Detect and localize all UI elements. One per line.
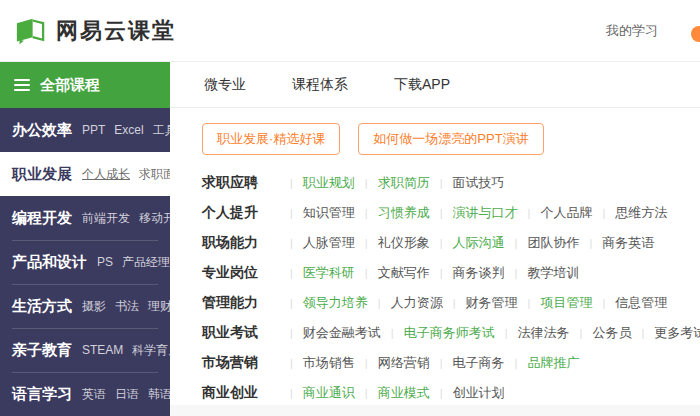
menu-link[interactable]: 人力资源 bbox=[391, 294, 443, 312]
separator: | bbox=[515, 357, 518, 369]
menu-link[interactable]: 商务英语 bbox=[602, 234, 654, 252]
menu-link[interactable]: 项目管理 bbox=[540, 294, 592, 312]
sidebar-subitem[interactable]: 日语 bbox=[115, 386, 139, 403]
menu-link[interactable]: 电子商务师考试 bbox=[404, 324, 495, 342]
sidebar-item-0[interactable]: 办公效率PPTExcel工具 bbox=[0, 108, 170, 152]
menu-row-6: 市场营销|市场销售|网络营销|电子商务|品牌推广 bbox=[202, 348, 700, 378]
separator: | bbox=[440, 267, 443, 279]
sidebar-item-title: 语言学习 bbox=[12, 385, 72, 404]
header-right: 我的学习 bbox=[606, 22, 684, 40]
menu-link[interactable]: 团队协作 bbox=[527, 234, 579, 252]
sidebar-item-1[interactable]: 职业发展个人成长求职面试 bbox=[0, 152, 170, 196]
cutoff-orange-icon[interactable] bbox=[691, 26, 700, 42]
sidebar-subitem[interactable]: 英语 bbox=[82, 386, 106, 403]
separator: | bbox=[440, 357, 443, 369]
promo-button-1[interactable]: 如何做一场漂亮的PPT演讲 bbox=[358, 123, 543, 155]
separator: | bbox=[365, 387, 368, 399]
menu-link[interactable]: 商务谈判 bbox=[453, 264, 505, 282]
sidebar-subitem[interactable]: 求职面试 bbox=[139, 166, 170, 183]
menu-link[interactable]: 创业计划 bbox=[453, 384, 505, 402]
sidebar-subitem[interactable]: 个人成长 bbox=[82, 166, 130, 183]
menu-link[interactable]: 市场销售 bbox=[303, 354, 355, 372]
sidebar-subitem[interactable]: PS bbox=[97, 255, 113, 269]
menu-link[interactable]: 信息管理 bbox=[615, 294, 667, 312]
sidebar-item-4[interactable]: 生活方式摄影书法理财 bbox=[0, 284, 170, 328]
menu-link[interactable]: 演讲与口才 bbox=[453, 204, 518, 222]
all-courses-label: 全部课程 bbox=[40, 76, 100, 95]
sidebar-subitem[interactable]: 工具 bbox=[153, 122, 170, 139]
menu-link[interactable]: 法律法务 bbox=[518, 324, 570, 342]
sidebar-item-3[interactable]: 产品和设计PS产品经理 bbox=[0, 240, 170, 284]
sidebar: 全部课程 办公效率PPTExcel工具职业发展个人成长求职面试编程开发前端开发移… bbox=[0, 62, 170, 416]
menu-link[interactable]: 面试技巧 bbox=[453, 174, 505, 192]
menu-link[interactable]: 商业模式 bbox=[378, 384, 430, 402]
sidebar-item-6[interactable]: 语言学习英语日语韩语 bbox=[0, 372, 170, 416]
menu-link[interactable]: 网络营销 bbox=[378, 354, 430, 372]
menu-link[interactable]: 职业规划 bbox=[303, 174, 355, 192]
menu-row-1: 个人提升|知识管理|习惯养成|演讲与口才|个人品牌|思维方法 bbox=[202, 198, 700, 228]
separator: | bbox=[453, 297, 456, 309]
menu-link[interactable]: 习惯养成 bbox=[378, 204, 430, 222]
hamburger-icon bbox=[14, 79, 30, 91]
menu-link[interactable]: 商业通识 bbox=[303, 384, 355, 402]
sidebar-subitem[interactable]: 书法 bbox=[115, 298, 139, 315]
sidebar-item-5[interactable]: 亲子教育STEAM科学育儿 bbox=[0, 328, 170, 372]
sidebar-category-list: 办公效率PPTExcel工具职业发展个人成长求职面试编程开发前端开发移动开发产品… bbox=[0, 108, 170, 416]
logo[interactable]: 网易云课堂 bbox=[14, 16, 176, 46]
sidebar-subitem[interactable]: 移动开发 bbox=[139, 210, 170, 227]
top-nav-item-2[interactable]: 下载APP bbox=[394, 76, 450, 94]
separator: | bbox=[378, 297, 381, 309]
menu-link[interactable]: 财会金融考试 bbox=[303, 324, 381, 342]
my-learning-link[interactable]: 我的学习 bbox=[606, 22, 658, 40]
sidebar-subitem[interactable]: 理财 bbox=[148, 298, 170, 315]
top-nav-item-0[interactable]: 微专业 bbox=[204, 76, 246, 94]
menu-link[interactable]: 礼仪形象 bbox=[378, 234, 430, 252]
sidebar-subitem[interactable]: 产品经理 bbox=[122, 254, 170, 271]
menu-link[interactable]: 个人品牌 bbox=[540, 204, 592, 222]
top-nav: 微专业课程体系下载APP bbox=[170, 62, 700, 108]
footer-band bbox=[170, 405, 700, 416]
menu-row-5: 职业考试|财会金融考试|电子商务师考试|法律法务|公务员|更多考试 bbox=[202, 318, 700, 348]
menu-link[interactable]: 人际沟通 bbox=[453, 234, 505, 252]
sidebar-subitem[interactable]: STEAM bbox=[82, 343, 123, 357]
sidebar-divider bbox=[12, 372, 158, 373]
category-menu: 求职应聘|职业规划|求职简历|面试技巧个人提升|知识管理|习惯养成|演讲与口才|… bbox=[202, 168, 700, 408]
sidebar-subitem[interactable]: Excel bbox=[114, 123, 143, 137]
sidebar-item-2[interactable]: 编程开发前端开发移动开发 bbox=[0, 196, 170, 240]
separator: | bbox=[290, 387, 293, 399]
sidebar-subitem[interactable]: 摄影 bbox=[82, 298, 106, 315]
menu-link[interactable]: 教学培训 bbox=[527, 264, 579, 282]
top-nav-item-1[interactable]: 课程体系 bbox=[292, 76, 348, 94]
menu-link[interactable]: 医学科研 bbox=[303, 264, 355, 282]
menu-link[interactable]: 知识管理 bbox=[303, 204, 355, 222]
menu-link[interactable]: 电子商务 bbox=[453, 354, 505, 372]
menu-row-4: 管理能力|领导力培养|人力资源|财务管理|项目管理|信息管理 bbox=[202, 288, 700, 318]
all-courses-header[interactable]: 全部课程 bbox=[0, 62, 170, 108]
sidebar-divider bbox=[12, 240, 158, 241]
menu-link[interactable]: 公务员 bbox=[592, 324, 631, 342]
menu-link[interactable]: 文献写作 bbox=[378, 264, 430, 282]
sidebar-item-title: 编程开发 bbox=[12, 209, 72, 228]
menu-link[interactable]: 品牌推广 bbox=[527, 354, 579, 372]
sidebar-subitem[interactable]: 前端开发 bbox=[82, 210, 130, 227]
sidebar-subitem[interactable]: PPT bbox=[82, 123, 105, 137]
logo-book-icon bbox=[14, 17, 46, 45]
separator: | bbox=[290, 237, 293, 249]
separator: | bbox=[290, 327, 293, 339]
menu-link[interactable]: 财务管理 bbox=[466, 294, 518, 312]
separator: | bbox=[440, 237, 443, 249]
menu-link[interactable]: 更多考试 bbox=[654, 324, 700, 342]
menu-link[interactable]: 人脉管理 bbox=[303, 234, 355, 252]
logo-text: 网易云课堂 bbox=[56, 16, 176, 46]
menu-link[interactable]: 思维方法 bbox=[615, 204, 667, 222]
menu-link[interactable]: 领导力培养 bbox=[303, 294, 368, 312]
separator: | bbox=[505, 327, 508, 339]
separator: | bbox=[589, 237, 592, 249]
separator: | bbox=[391, 327, 394, 339]
menu-link[interactable]: 求职简历 bbox=[378, 174, 430, 192]
separator: | bbox=[365, 237, 368, 249]
sidebar-subitem[interactable]: 科学育儿 bbox=[132, 342, 170, 359]
sidebar-subitem[interactable]: 韩语 bbox=[148, 386, 170, 403]
separator: | bbox=[365, 267, 368, 279]
promo-button-0[interactable]: 职业发展·精选好课 bbox=[202, 123, 340, 155]
